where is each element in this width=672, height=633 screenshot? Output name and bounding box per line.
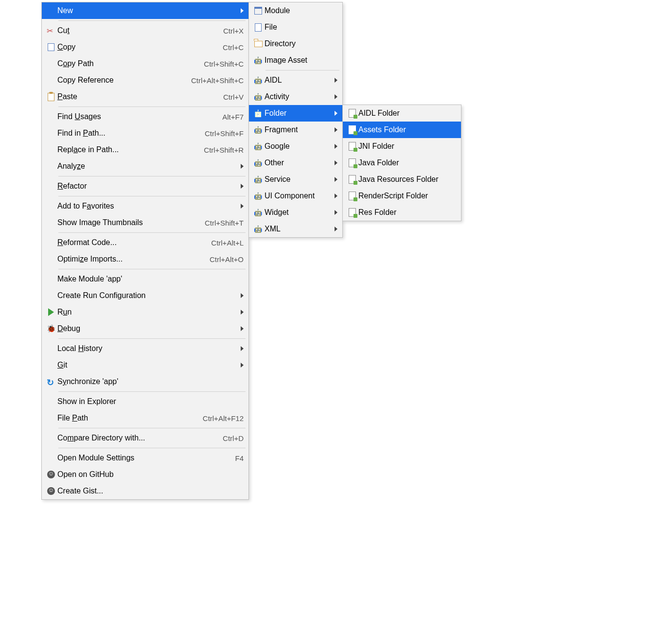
menu-item-make-module[interactable]: Make Module 'app': [42, 271, 248, 287]
menu-item-copy[interactable]: Copy Ctrl+C: [42, 39, 248, 55]
menu-item-show-thumbnails[interactable]: Show Image Thumbnails Ctrl+Shift+T: [42, 214, 248, 231]
shortcut-copy: Ctrl+C: [213, 43, 244, 52]
shortcut-reformat: Ctrl+Alt+L: [201, 239, 244, 247]
module-icon: [252, 7, 265, 15]
menu-item-add-favorites[interactable]: Add to Favorites: [42, 198, 248, 214]
menu-item-compare-directory[interactable]: Compare Directory with... Ctrl+D: [42, 430, 248, 446]
folder-page-icon: [346, 109, 358, 118]
menu-item-aidl-folder[interactable]: AIDL Folder: [343, 105, 461, 122]
label-replace-in-path: Replace in Path...: [57, 145, 194, 154]
arrow-icon: [241, 8, 244, 13]
menu-item-create-gist[interactable]: Create Gist...: [42, 483, 248, 499]
menu-item-optimize-imports[interactable]: Optimize Imports... Ctrl+Alt+O: [42, 251, 248, 267]
menu-item-create-run-config[interactable]: Create Run Configuration: [42, 287, 248, 304]
label-compare-dir: Compare Directory with...: [57, 434, 213, 442]
menu-item-cut[interactable]: Cut Ctrl+X: [42, 22, 248, 39]
label-copy-path: Copy Path: [57, 59, 194, 68]
menu-item-jni-folder[interactable]: JNI Folder: [343, 138, 461, 155]
menu-item-module[interactable]: Module: [249, 2, 342, 19]
menu-item-file[interactable]: File: [249, 19, 342, 35]
menu-item-open-module-settings[interactable]: Open Module Settings F4: [42, 450, 248, 466]
shortcut-find-in-path: Ctrl+Shift+F: [195, 129, 244, 138]
menu-item-find-usages[interactable]: Find Usages Alt+F7: [42, 108, 248, 125]
menu-item-java-folder[interactable]: Java Folder: [343, 155, 461, 171]
label-analyze: Analyze: [57, 162, 236, 171]
android-icon: [252, 109, 265, 118]
menu-item-local-history[interactable]: Local History: [42, 340, 248, 357]
label-add-fav: Add to Favorites: [57, 202, 236, 211]
arrow-icon: [335, 111, 337, 116]
menu-item-res-folder[interactable]: Res Folder: [343, 204, 461, 221]
menu-item-xml[interactable]: XML: [249, 221, 342, 237]
shortcut-open-module: F4: [225, 454, 244, 462]
directory-icon: [252, 41, 265, 47]
menu-item-service[interactable]: Service: [249, 171, 342, 188]
folder-page-icon: [346, 142, 358, 151]
menu-item-file-path[interactable]: File Path Ctrl+Alt+F12: [42, 410, 248, 426]
label-git: Git: [57, 361, 236, 369]
label-other: Other: [265, 158, 330, 167]
folder-page-icon: [346, 175, 358, 184]
arrow-icon: [241, 184, 244, 189]
menu-item-ui-component[interactable]: UI Component: [249, 188, 342, 204]
android-icon: [252, 158, 265, 167]
menu-item-synchronize[interactable]: Synchronize 'app': [42, 373, 248, 390]
menu-item-java-resources-folder[interactable]: Java Resources Folder: [343, 171, 461, 188]
menu-item-copy-reference[interactable]: Copy Reference Ctrl+Alt+Shift+C: [42, 72, 248, 88]
shortcut-cut: Ctrl+X: [213, 27, 244, 35]
menu-item-image-asset[interactable]: Image Asset: [249, 52, 342, 69]
menu-item-paste[interactable]: Paste Ctrl+V: [42, 88, 248, 105]
shortcut-replace-in-path: Ctrl+Shift+R: [194, 146, 244, 154]
android-icon: [252, 208, 265, 217]
menu-item-open-on-github[interactable]: Open on GitHub: [42, 466, 248, 483]
menu-item-new[interactable]: New: [42, 2, 248, 19]
folder-page-icon: [346, 192, 358, 200]
menu-item-fragment[interactable]: Fragment: [249, 122, 342, 138]
folder-page-icon: [346, 208, 358, 217]
separator: [58, 269, 246, 269]
label-renderscript-folder: RenderScript Folder: [358, 192, 456, 200]
menu-item-widget[interactable]: Widget: [249, 204, 342, 221]
menu-item-run[interactable]: Run: [42, 304, 248, 320]
android-icon: [252, 92, 265, 101]
menu-item-google[interactable]: Google: [249, 138, 342, 155]
menu-item-aidl[interactable]: AIDL: [249, 72, 342, 88]
menu-item-git[interactable]: Git: [42, 357, 248, 373]
label-java-folder: Java Folder: [358, 158, 456, 167]
debug-icon: [45, 324, 57, 333]
scissors-icon: [45, 26, 57, 35]
label-module: Module: [265, 6, 337, 15]
arrow-icon: [335, 78, 337, 83]
menu-item-reformat-code[interactable]: Reformat Code... Ctrl+Alt+L: [42, 234, 248, 251]
shortcut-optimize: Ctrl+Alt+O: [200, 255, 244, 264]
menu-item-find-in-path[interactable]: Find in Path... Ctrl+Shift+F: [42, 125, 248, 141]
arrow-icon: [335, 177, 337, 182]
github-icon: [45, 471, 57, 478]
github-icon: [45, 487, 57, 495]
menu-item-debug[interactable]: Debug: [42, 320, 248, 337]
menu-item-analyze[interactable]: Analyze: [42, 158, 248, 175]
separator: [58, 196, 246, 196]
label-service: Service: [265, 175, 330, 184]
menu-item-folder[interactable]: Folder: [249, 105, 342, 122]
label-create-gist: Create Gist...: [57, 487, 244, 495]
menu-item-refactor[interactable]: Refactor: [42, 178, 248, 194]
menu-item-copy-path[interactable]: Copy Path Ctrl+Shift+C: [42, 55, 248, 72]
label-show-thumbs: Show Image Thumbnails: [57, 218, 195, 227]
separator: [58, 391, 246, 392]
label-jni-folder: JNI Folder: [358, 142, 456, 151]
run-icon: [45, 308, 57, 316]
label-directory: Directory: [265, 39, 337, 48]
shortcut-compare-dir: Ctrl+D: [213, 434, 244, 442]
context-menu: New Cut Ctrl+X Copy Ctrl+C Copy Path Ctr…: [41, 2, 249, 500]
menu-item-activity[interactable]: Activity: [249, 88, 342, 105]
menu-item-other[interactable]: Other: [249, 155, 342, 171]
shortcut-paste: Ctrl+V: [213, 93, 244, 101]
label-run: Run: [57, 308, 236, 316]
menu-item-assets-folder[interactable]: Assets Folder: [343, 122, 461, 138]
menu-item-replace-in-path[interactable]: Replace in Path... Ctrl+Shift+R: [42, 141, 248, 158]
menu-item-renderscript-folder[interactable]: RenderScript Folder: [343, 188, 461, 204]
paste-icon: [45, 93, 57, 101]
menu-item-directory[interactable]: Directory: [249, 35, 342, 52]
menu-item-show-in-explorer[interactable]: Show in Explorer: [42, 393, 248, 410]
